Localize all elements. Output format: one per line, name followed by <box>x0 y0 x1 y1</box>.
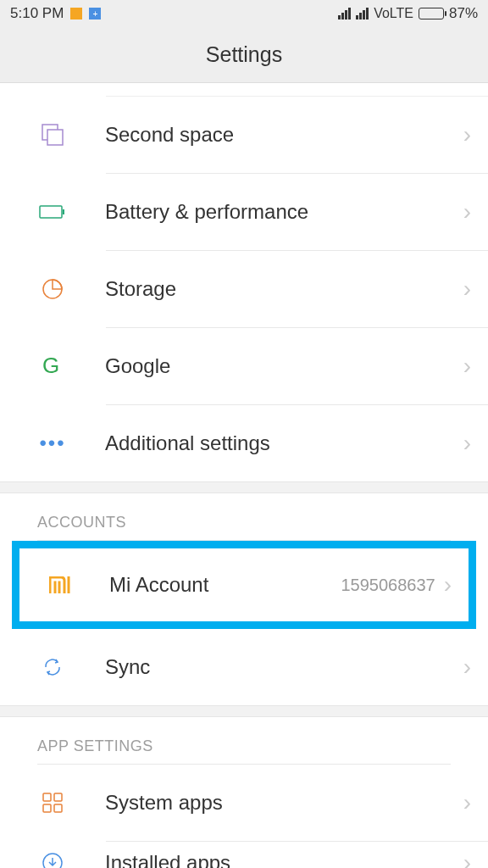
svg-rect-6 <box>43 793 51 801</box>
second-space-icon <box>37 120 68 150</box>
highlight-mi-account: Mi Account 1595068637 › <box>12 541 476 629</box>
status-time: 5:10 PM <box>10 5 64 22</box>
chevron-right-icon: › <box>463 430 471 457</box>
item-label: Installed apps <box>105 851 463 868</box>
section-header-app-settings: APP SETTINGS <box>0 717 488 764</box>
svg-text:G: G <box>42 354 59 378</box>
chevron-right-icon: › <box>463 849 471 868</box>
svg-rect-3 <box>63 209 64 214</box>
item-value: 1595068637 <box>341 576 435 595</box>
chevron-right-icon: › <box>444 571 452 598</box>
item-label: Mi Account <box>109 573 341 597</box>
installed-apps-icon <box>37 848 68 868</box>
svg-rect-7 <box>54 793 62 801</box>
status-bar: 5:10 PM + VoLTE 87% <box>0 0 488 27</box>
volte-indicator: VoLTE <box>374 6 413 21</box>
chevron-right-icon: › <box>463 353 471 380</box>
settings-item-additional[interactable]: ••• Additional settings › <box>0 405 488 481</box>
item-label: Google <box>105 354 463 378</box>
item-label: Storage <box>105 277 463 301</box>
app-header: Settings <box>0 27 488 83</box>
settings-item-google[interactable]: G Google › <box>0 328 488 404</box>
section-header-accounts: ACCOUNTS <box>0 493 488 540</box>
google-icon: G <box>37 351 68 381</box>
settings-item-sync[interactable]: Sync › <box>0 629 488 705</box>
sync-icon <box>37 652 68 682</box>
note-icon <box>70 8 82 19</box>
settings-list: Second space › Battery & performance › S… <box>0 83 488 868</box>
chevron-right-icon: › <box>463 789 471 816</box>
battery-icon <box>419 8 444 19</box>
settings-item-storage[interactable]: Storage › <box>0 251 488 327</box>
chevron-right-icon: › <box>463 275 471 303</box>
chevron-right-icon: › <box>463 654 471 681</box>
signal-icon <box>338 8 351 19</box>
settings-item-second-space[interactable]: Second space › <box>0 97 488 173</box>
svg-rect-9 <box>54 804 62 812</box>
battery-percentage: 87% <box>449 5 478 22</box>
item-label: Second space <box>105 123 463 147</box>
settings-item-mi-account[interactable]: Mi Account 1595068637 › <box>19 548 469 621</box>
chevron-right-icon: › <box>463 198 471 225</box>
settings-item-installed-apps[interactable]: Installed apps › <box>0 842 488 868</box>
plus-icon: + <box>89 8 101 19</box>
signal-icon <box>356 8 369 19</box>
item-label: Additional settings <box>105 431 463 455</box>
settings-item-system-apps[interactable]: System apps › <box>0 765 488 841</box>
chevron-right-icon: › <box>463 121 471 148</box>
settings-item-battery[interactable]: Battery & performance › <box>0 174 488 250</box>
page-title: Settings <box>206 42 282 67</box>
mi-icon <box>45 570 75 600</box>
item-label: System apps <box>105 791 463 815</box>
apps-grid-icon <box>37 787 68 818</box>
svg-rect-2 <box>40 206 62 218</box>
svg-rect-1 <box>47 130 63 145</box>
item-label: Battery & performance <box>105 200 463 224</box>
storage-icon <box>37 274 68 304</box>
svg-rect-8 <box>43 804 51 812</box>
item-label: Sync <box>105 655 463 679</box>
battery-performance-icon <box>37 197 68 227</box>
more-icon: ••• <box>37 428 68 459</box>
